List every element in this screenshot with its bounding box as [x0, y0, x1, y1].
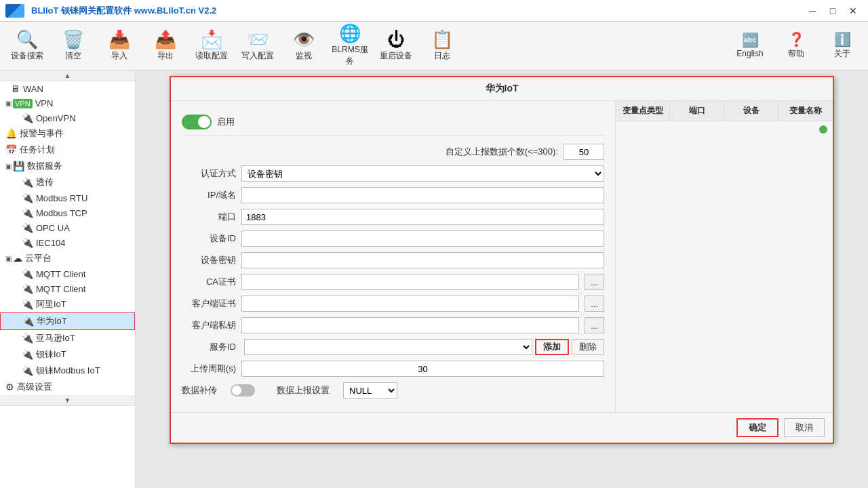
app-logo-area: BLIIoT 钡铼网关配置软件 www.BLIIoT.cn V2.2	[5, 4, 803, 18]
toolbar-monitor[interactable]: 👁️ 监视	[282, 26, 326, 66]
device-key-input[interactable]	[241, 252, 604, 268]
data-services-expand-icon[interactable]: ▣	[5, 163, 12, 170]
modal-right-panel: 变量点类型 端口 设备 变量名称	[616, 101, 833, 412]
vpn-expand-icon[interactable]: ▣	[5, 100, 12, 107]
sidebar-item-bailian-iot-label: 钡铼IoT	[36, 348, 66, 361]
cloud-icon: ☁	[13, 253, 22, 264]
toolbar-about[interactable]: ℹ️ 关于	[822, 26, 863, 66]
toolbar-help-label: 帮助	[788, 48, 804, 60]
report-count-label: 自定义上报数据个数(<=300):	[182, 146, 564, 158]
client-cert-input[interactable]	[241, 296, 579, 312]
sidebar-item-advanced[interactable]: ⚙ 高级设置	[0, 379, 135, 395]
sidebar-item-transparent[interactable]: 🔌 透传	[0, 174, 135, 190]
sidebar-item-vpn[interactable]: ▣ VPN VPN	[0, 96, 135, 110]
client-key-input[interactable]	[241, 317, 579, 333]
toolbar-help[interactable]: ❓ 帮助	[776, 26, 816, 66]
ca-cert-browse-button[interactable]: ...	[585, 274, 604, 290]
toolbar-clear[interactable]: 🗑️ 清空	[52, 26, 95, 66]
service-add-button[interactable]: 添加	[535, 339, 569, 355]
opc-ua-icon: 🔌	[22, 222, 33, 233]
cloud-expand-icon[interactable]: ▣	[5, 255, 12, 262]
table-header-type: 变量点类型	[616, 101, 670, 121]
vpn-icon: VPN	[13, 99, 33, 108]
device-key-row: 设备密钥	[182, 252, 604, 268]
sidebar-item-data-services[interactable]: ▣ 💾 数据服务	[0, 158, 135, 174]
sidebar-item-bailian-modbus-iot[interactable]: 🔌 钡铼Modbus IoT	[0, 363, 135, 379]
device-id-input[interactable]	[241, 230, 604, 247]
ca-cert-input[interactable]	[241, 274, 579, 290]
toolbar-log-label: 日志	[434, 50, 450, 62]
report-count-input[interactable]	[564, 144, 604, 160]
toolbar: 🔍 设备搜索 🗑️ 清空 📥 导入 📤 导出 📩 读取配置 📨 写入配置 👁️ …	[0, 22, 868, 70]
toolbar-restart[interactable]: ⏻ 重启设备	[374, 26, 418, 66]
sidebar-item-transparent-label: 透传	[36, 176, 54, 188]
minimize-button[interactable]: ─	[803, 3, 822, 18]
sidebar-item-opc-ua[interactable]: 🔌 OPC UA	[0, 220, 135, 235]
client-key-row: 客户端私钥 ...	[182, 317, 604, 333]
sidebar-item-cloud[interactable]: ▣ ☁ 云平台	[0, 250, 135, 266]
sidebar-item-alerts[interactable]: 🔔 报警与事件	[0, 125, 135, 142]
toolbar-write-config[interactable]: 📨 写入配置	[236, 26, 279, 66]
client-cert-row: 客户端证书 ...	[182, 296, 604, 312]
help-icon: ❓	[788, 33, 805, 46]
client-cert-browse-button[interactable]: ...	[585, 296, 604, 312]
sidebar-item-amazon-iot[interactable]: 🔌 亚马逊IoT	[0, 330, 135, 346]
port-input[interactable]	[241, 209, 604, 225]
sidebar-item-openvpn[interactable]: 🔌 OpenVPN	[0, 110, 135, 125]
sidebar-item-mqtt-client1[interactable]: 🔌 MQTT Client	[0, 266, 135, 281]
data-report-select[interactable]: NULL	[343, 382, 397, 399]
sidebar-item-modbus-rtu-label: Modbus RTU	[36, 193, 87, 203]
aliyun-icon: 🔌	[22, 299, 33, 310]
sidebar-item-wan[interactable]: 🖥 WAN	[0, 81, 135, 96]
table-header-port: 端口	[670, 101, 724, 121]
toolbar-read-config[interactable]: 📩 读取配置	[190, 26, 233, 66]
client-key-browse-button[interactable]: ...	[585, 317, 604, 333]
sidebar-item-mqtt-client2[interactable]: 🔌 MQTT Client	[0, 281, 135, 296]
scroll-up-arrow[interactable]: ▲	[64, 72, 71, 79]
sidebar-item-iec104[interactable]: 🔌 IEC104	[0, 235, 135, 250]
confirm-button[interactable]: 确定	[736, 418, 778, 437]
table-header-device: 设备	[724, 101, 778, 121]
data-supplement-toggle[interactable]	[231, 384, 255, 396]
auth-method-select[interactable]: 设备密钥	[241, 165, 604, 182]
alerts-icon: 🔔	[5, 128, 17, 139]
english-icon: 🔤	[742, 33, 759, 47]
close-button[interactable]: ✕	[844, 3, 863, 18]
toolbar-blrms[interactable]: 🌐 BLRMS服务	[328, 26, 372, 66]
toolbar-device-search[interactable]: 🔍 设备搜索	[5, 26, 49, 66]
data-report-label: 数据上报设置	[277, 384, 330, 396]
enable-toggle[interactable]	[182, 115, 212, 129]
sidebar-item-modbus-rtu[interactable]: 🔌 Modbus RTU	[0, 190, 135, 205]
sidebar-item-tasks[interactable]: 📅 任务计划	[0, 142, 135, 158]
sidebar-scroll-up[interactable]: ▲	[0, 70, 135, 81]
scroll-down-arrow[interactable]: ▼	[64, 396, 71, 404]
main-area: ▲ 🖥 WAN ▣ VPN VPN 🔌 OpenVPN 🔔 报警与事件 📅	[0, 70, 868, 488]
sidebar-item-modbus-tcp[interactable]: 🔌 Modbus TCP	[0, 205, 135, 220]
modal-body: 启用 自定义上报数据个数(<=300): 认证方式 设备密钥	[171, 101, 833, 412]
client-cert-label: 客户端证书	[182, 298, 236, 310]
toolbar-english[interactable]: 🔤 English	[730, 26, 770, 66]
ip-domain-input[interactable]	[241, 187, 604, 203]
service-id-select[interactable]	[244, 339, 532, 355]
sidebar-item-bailian-modbus-iot-label: 钡铼Modbus IoT	[36, 365, 100, 377]
sidebar-item-opc-ua-label: OPC UA	[36, 223, 70, 233]
write-config-icon: 📨	[247, 30, 269, 48]
sidebar-item-openvpn-label: OpenVPN	[36, 113, 76, 123]
toolbar-export[interactable]: 📤 导出	[144, 26, 187, 66]
sidebar-item-bailian-iot[interactable]: 🔌 钡铼IoT	[0, 346, 135, 363]
tasks-icon: 📅	[5, 144, 17, 155]
sidebar-item-huawei-iot[interactable]: 🔌 华为IoT	[0, 312, 135, 330]
modal-left-panel: 启用 自定义上报数据个数(<=300): 认证方式 设备密钥	[171, 101, 616, 412]
sidebar-item-aliyun-iot[interactable]: 🔌 阿里IoT	[0, 296, 135, 312]
ca-cert-row: CA证书 ...	[182, 274, 604, 290]
about-icon: ℹ️	[834, 33, 851, 46]
sidebar-scroll-down[interactable]: ▼	[0, 395, 135, 406]
upload-period-input[interactable]	[241, 361, 604, 377]
cancel-button[interactable]: 取消	[784, 418, 825, 437]
toolbar-import[interactable]: 📥 导入	[98, 26, 141, 66]
modal-footer: 确定 取消	[171, 412, 833, 443]
service-delete-button[interactable]: 删除	[572, 339, 604, 355]
maximize-button[interactable]: □	[823, 3, 842, 18]
toolbar-log[interactable]: 📋 日志	[420, 26, 464, 66]
sidebar-item-wan-label: WAN	[23, 84, 43, 94]
